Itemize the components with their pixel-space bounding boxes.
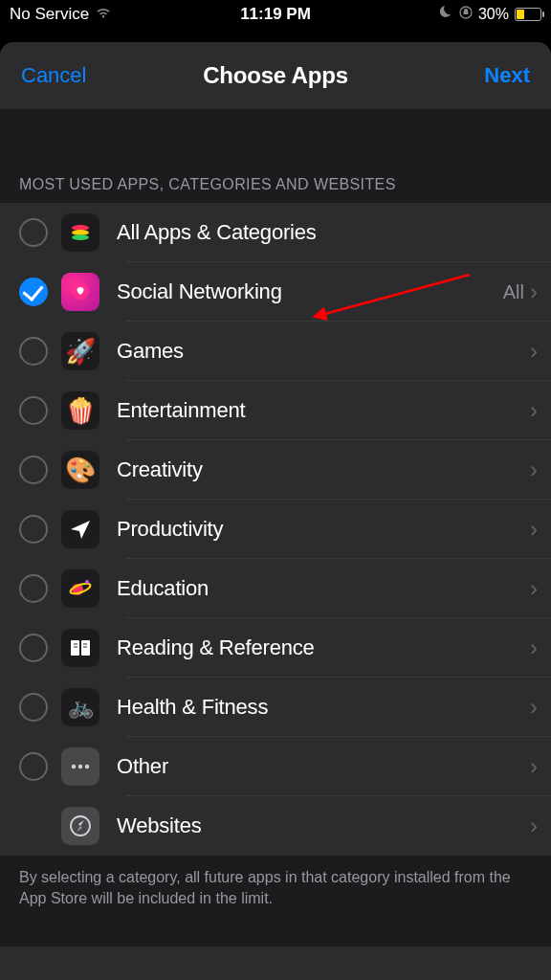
- svg-point-3: [72, 234, 89, 240]
- next-button[interactable]: Next: [484, 63, 530, 88]
- clock: 11:19 PM: [0, 5, 551, 24]
- header-gap: [0, 109, 551, 163]
- row-productivity[interactable]: Productivity ›: [0, 500, 551, 559]
- bike-icon: 🚲: [61, 688, 99, 726]
- row-label: Productivity: [117, 517, 530, 542]
- radio-checked[interactable]: [19, 278, 48, 306]
- trail-all: All: [503, 281, 524, 303]
- chevron-right-icon: ›: [530, 338, 538, 365]
- sheet-header: Cancel Choose Apps Next: [0, 42, 551, 109]
- row-creativity[interactable]: 🎨 Creativity ›: [0, 440, 551, 500]
- svg-point-7: [85, 580, 89, 584]
- chevron-right-icon: ›: [530, 397, 538, 424]
- compass-icon: [61, 807, 99, 845]
- chevron-right-icon: ›: [530, 753, 538, 780]
- radio-unchecked[interactable]: [19, 574, 48, 603]
- svg-point-15: [78, 765, 82, 768]
- battery-icon: [515, 8, 541, 21]
- popcorn-icon: 🍿: [61, 391, 99, 430]
- rocket-icon: 🚀: [61, 332, 99, 370]
- social-icon: [61, 273, 99, 311]
- chevron-right-icon: ›: [530, 278, 538, 305]
- chevron-right-icon: ›: [530, 575, 538, 602]
- radio-unchecked[interactable]: [19, 396, 48, 425]
- radio-unchecked[interactable]: [19, 515, 48, 544]
- chevron-right-icon: ›: [530, 516, 538, 543]
- row-label: Social Networking: [117, 279, 503, 304]
- chevron-right-icon: ›: [530, 635, 538, 661]
- status-bar: No Service 11:19 PM 30%: [0, 0, 551, 29]
- row-label: All Apps & Categories: [117, 220, 538, 245]
- chevron-right-icon: ›: [530, 694, 538, 721]
- palette-icon: 🎨: [61, 451, 99, 489]
- row-education[interactable]: Education ›: [0, 559, 551, 618]
- row-entertainment[interactable]: 🍿 Entertainment ›: [0, 381, 551, 440]
- planet-icon: [61, 569, 99, 608]
- paperplane-icon: [61, 510, 99, 548]
- chevron-right-icon: ›: [530, 813, 538, 839]
- row-label: Creativity: [117, 457, 530, 482]
- svg-point-14: [72, 765, 76, 768]
- stack-icon: [61, 213, 99, 252]
- row-reading[interactable]: Reading & Reference ›: [0, 618, 551, 678]
- book-icon: [61, 629, 99, 667]
- radio-unchecked[interactable]: [19, 693, 48, 722]
- row-all-apps[interactable]: All Apps & Categories: [0, 203, 551, 262]
- footer-note: By selecting a category, all future apps…: [0, 856, 551, 947]
- row-label: Other: [117, 754, 530, 779]
- category-list: All Apps & Categories Social Networking …: [0, 203, 551, 856]
- radio-unchecked[interactable]: [19, 752, 48, 781]
- row-games[interactable]: 🚀 Games ›: [0, 322, 551, 381]
- row-label: Websites: [117, 813, 530, 838]
- row-label: Games: [117, 339, 530, 364]
- row-health[interactable]: 🚲 Health & Fitness ›: [0, 678, 551, 737]
- row-social-networking[interactable]: Social Networking All ›: [0, 262, 551, 322]
- chevron-right-icon: ›: [530, 457, 538, 483]
- cancel-button[interactable]: Cancel: [21, 63, 86, 88]
- ellipsis-icon: [61, 747, 99, 786]
- row-label: Health & Fitness: [117, 695, 530, 720]
- radio-spacer: [19, 812, 48, 840]
- radio-unchecked[interactable]: [19, 456, 48, 484]
- radio-unchecked[interactable]: [19, 337, 48, 366]
- svg-rect-9: [81, 640, 90, 656]
- radio-unchecked[interactable]: [19, 218, 48, 247]
- row-label: Education: [117, 576, 530, 601]
- section-header: MOST USED APPS, CATEGORIES AND WEBSITES: [0, 163, 551, 203]
- svg-rect-8: [71, 640, 79, 656]
- row-label: Reading & Reference: [117, 635, 530, 660]
- row-websites[interactable]: Websites ›: [0, 796, 551, 856]
- row-label: Entertainment: [117, 398, 530, 423]
- modal-sheet: Cancel Choose Apps Next MOST USED APPS, …: [0, 42, 551, 980]
- row-other[interactable]: Other ›: [0, 737, 551, 796]
- svg-point-16: [85, 765, 89, 768]
- radio-unchecked[interactable]: [19, 634, 48, 662]
